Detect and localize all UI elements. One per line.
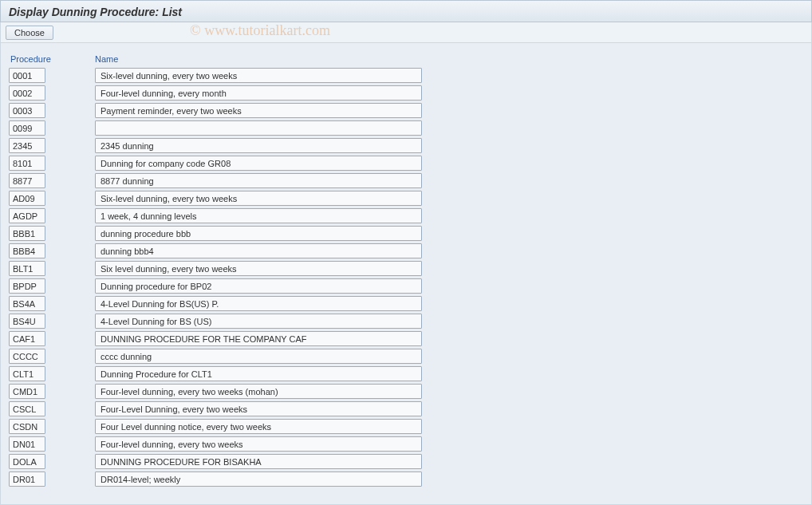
name-cell[interactable]: 1 week, 4 dunning levels bbox=[95, 208, 422, 223]
name-cell[interactable]: Dunning Procedure for CLT1 bbox=[95, 366, 422, 381]
name-cell[interactable] bbox=[95, 120, 422, 136]
table-row: DOLADUNNING PROCEDURE FOR BISAKHA bbox=[9, 453, 803, 470]
procedure-cell[interactable]: AD09 bbox=[9, 191, 45, 206]
page-title: Display Dunning Procedure: List bbox=[9, 6, 182, 18]
procedure-cell[interactable]: CSDN bbox=[9, 419, 45, 434]
procedure-cell[interactable]: 0099 bbox=[9, 120, 45, 136]
name-cell[interactable]: Six level dunning, every two weeks bbox=[95, 261, 422, 276]
procedure-cell[interactable]: 8877 bbox=[9, 173, 45, 188]
name-cell[interactable]: Four-Level Dunning, every two weeks bbox=[95, 401, 422, 416]
procedure-cell[interactable]: BLT1 bbox=[9, 261, 45, 276]
name-cell[interactable]: Payment reminder, every two weeks bbox=[95, 103, 422, 118]
table-row: CAF1DUNNING PROCEDURE FOR THE COMPANY CA… bbox=[9, 330, 803, 347]
procedure-cell[interactable]: BPDP bbox=[9, 278, 45, 294]
table-row: BBB1dunning procedure bbb bbox=[9, 225, 803, 242]
table-row: BBB4dunning bbb4 bbox=[9, 243, 803, 259]
name-cell[interactable]: 2345 dunning bbox=[95, 138, 422, 153]
procedure-cell[interactable]: CSCL bbox=[9, 401, 45, 416]
column-headers: Procedure Name bbox=[9, 54, 803, 64]
table-row: BPDPDunning procedure for BP02 bbox=[9, 278, 803, 294]
procedure-cell[interactable]: DOLA bbox=[9, 454, 45, 469]
procedure-cell[interactable]: DR01 bbox=[9, 471, 45, 487]
table-row: 8101Dunning for company code GR08 bbox=[9, 155, 803, 172]
procedure-cell[interactable]: 2345 bbox=[9, 138, 45, 153]
procedure-cell[interactable]: 0001 bbox=[9, 68, 45, 83]
name-cell[interactable]: Four Level dunning notice, every two wee… bbox=[95, 419, 422, 434]
procedure-cell[interactable]: BS4U bbox=[9, 314, 45, 329]
procedure-cell[interactable]: CLT1 bbox=[9, 366, 45, 381]
name-cell[interactable]: DUNNING PROCEDURE FOR BISAKHA bbox=[95, 454, 422, 469]
name-cell[interactable]: Four-level dunning, every month bbox=[95, 85, 422, 101]
name-cell[interactable]: DR014-level; weekly bbox=[95, 471, 422, 487]
toolbar: Choose bbox=[0, 22, 812, 43]
procedure-cell[interactable]: 0003 bbox=[9, 103, 45, 118]
table-row: AD09Six-level dunning, every two weeks bbox=[9, 190, 803, 207]
name-cell[interactable]: cccc dunning bbox=[95, 349, 422, 364]
table-row: 2345 2345 dunning bbox=[9, 137, 803, 154]
table-row: BS4U4-Level Dunning for BS (US) bbox=[9, 313, 803, 329]
name-cell[interactable]: Six-level dunning, every two weeks bbox=[95, 68, 422, 83]
table-row: CSDNFour Level dunning notice, every two… bbox=[9, 418, 803, 435]
table-row: 0003Payment reminder, every two weeks bbox=[9, 102, 803, 119]
procedure-cell[interactable]: CAF1 bbox=[9, 331, 45, 346]
table-row: 0001Six-level dunning, every two weeks bbox=[9, 67, 803, 84]
table-row: CCCCcccc dunning bbox=[9, 348, 803, 365]
procedure-cell[interactable]: BS4A bbox=[9, 296, 45, 311]
name-cell[interactable]: 4-Level Dunning for BS (US) bbox=[95, 314, 422, 329]
procedure-cell[interactable]: BBB1 bbox=[9, 226, 45, 241]
table-row: 88778877 dunning bbox=[9, 172, 803, 189]
table-row: CSCLFour-Level Dunning, every two weeks bbox=[9, 400, 803, 417]
table-row: BLT1Six level dunning, every two weeks bbox=[9, 260, 803, 277]
title-bar: Display Dunning Procedure: List bbox=[0, 0, 812, 22]
name-cell[interactable]: DUNNING PROCEDURE FOR THE COMPANY CAF bbox=[95, 331, 422, 346]
name-cell[interactable]: 4-Level Dunning for BS(US) P. bbox=[95, 296, 422, 311]
name-cell[interactable]: Four-level dunning, every two weeks (moh… bbox=[95, 384, 422, 399]
procedure-cell[interactable]: 8101 bbox=[9, 156, 45, 171]
procedure-cell[interactable]: CMD1 bbox=[9, 384, 45, 399]
table-row: DN01Four-level dunning, every two weeks bbox=[9, 436, 803, 452]
name-cell[interactable]: Four-level dunning, every two weeks bbox=[95, 436, 422, 452]
header-procedure: Procedure bbox=[9, 54, 50, 64]
name-cell[interactable]: dunning procedure bbb bbox=[95, 226, 422, 241]
table-row: 0002Four-level dunning, every month bbox=[9, 85, 803, 101]
rows-container: 0001Six-level dunning, every two weeks00… bbox=[9, 67, 803, 487]
name-cell[interactable]: Dunning procedure for BP02 bbox=[95, 278, 422, 294]
table-row: CMD1Four-level dunning, every two weeks … bbox=[9, 383, 803, 400]
table-row: AGDP1 week, 4 dunning levels bbox=[9, 207, 803, 224]
content-area: Procedure Name 0001Six-level dunning, ev… bbox=[0, 43, 812, 505]
table-row: BS4A4-Level Dunning for BS(US) P. bbox=[9, 295, 803, 312]
name-cell[interactable]: Six-level dunning, every two weeks bbox=[95, 191, 422, 206]
procedure-cell[interactable]: CCCC bbox=[9, 349, 45, 364]
procedure-cell[interactable]: AGDP bbox=[9, 208, 45, 223]
name-cell[interactable]: Dunning for company code GR08 bbox=[95, 156, 422, 171]
procedure-cell[interactable]: DN01 bbox=[9, 436, 45, 452]
table-row: DR01DR014-level; weekly bbox=[9, 471, 803, 487]
name-cell[interactable]: dunning bbb4 bbox=[95, 243, 422, 258]
table-row: CLT1Dunning Procedure for CLT1 bbox=[9, 365, 803, 382]
procedure-cell[interactable]: BBB4 bbox=[9, 243, 45, 258]
table-row: 0099 bbox=[9, 120, 803, 136]
name-cell[interactable]: 8877 dunning bbox=[95, 173, 422, 188]
choose-button[interactable]: Choose bbox=[6, 26, 53, 40]
header-name: Name bbox=[95, 54, 118, 64]
procedure-cell[interactable]: 0002 bbox=[9, 85, 45, 101]
